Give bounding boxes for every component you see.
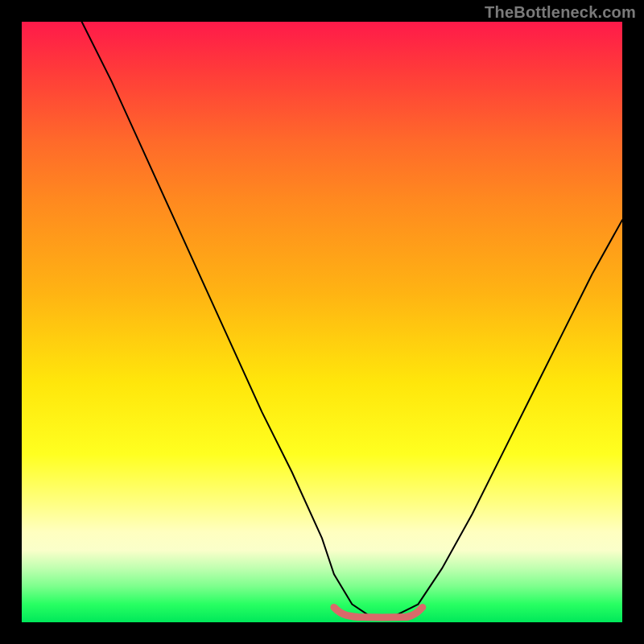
chart-plot-area	[22, 22, 622, 622]
bottleneck-curve	[82, 22, 622, 617]
chart-svg	[22, 22, 622, 622]
watermark-text: TheBottleneck.com	[485, 3, 636, 22]
